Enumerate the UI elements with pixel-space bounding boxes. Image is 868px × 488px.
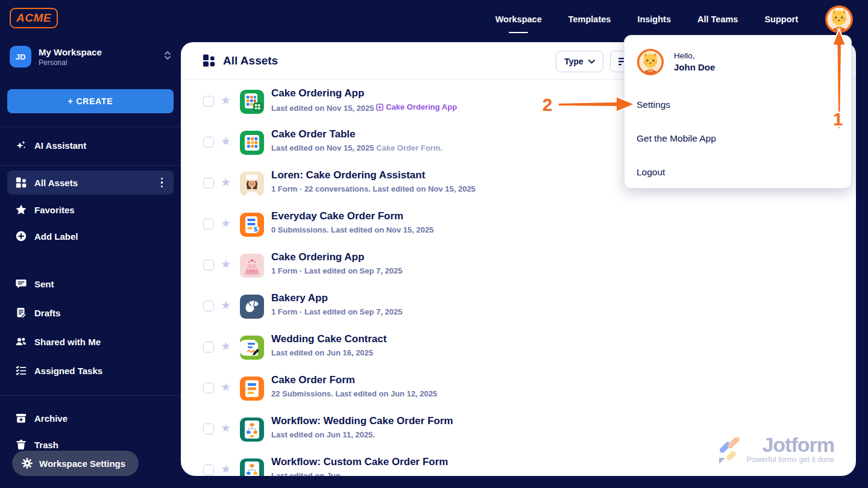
- star-icon[interactable]: ★: [221, 258, 231, 270]
- nav-item-support[interactable]: Support: [764, 14, 798, 24]
- sidebar-item-drafts[interactable]: Drafts: [7, 301, 174, 325]
- asset-title[interactable]: Wedding Cake Contract: [271, 333, 386, 345]
- asset-row: ★ Cake Order Form 22 Submissions. Last e…: [181, 368, 856, 409]
- star-icon[interactable]: ★: [221, 177, 231, 188]
- row-checkbox[interactable]: [203, 301, 214, 311]
- sidebar-item-ai-assistant[interactable]: AI Assistant: [7, 133, 174, 157]
- nav-item-insights[interactable]: Insights: [637, 14, 671, 24]
- acme-logo-text: ACME: [16, 11, 51, 25]
- row-checkbox[interactable]: [203, 96, 214, 107]
- app-root: ACME Workspace Templates Insights All Te…: [0, 0, 868, 488]
- sidebar-item-favorites[interactable]: Favorites: [7, 198, 174, 222]
- croissant-icon[interactable]: [240, 295, 264, 319]
- jotform-logo-icon: [718, 437, 742, 464]
- agent-avatar[interactable]: [240, 172, 264, 196]
- row-checkbox[interactable]: [203, 424, 214, 434]
- sidebar-item-assigned-tasks[interactable]: Assigned Tasks: [7, 358, 174, 383]
- sidebar-item-label: Add Label: [34, 231, 78, 242]
- asset-title[interactable]: Cake Ordering App: [271, 251, 402, 263]
- chat-icon: [16, 278, 27, 289]
- asset-row-text[interactable]: Bakery App 1 Form · Last edited on Sep 7…: [271, 292, 402, 316]
- star-icon[interactable]: ★: [221, 95, 231, 106]
- sidebar-item-all-assets[interactable]: All Assets: [7, 170, 174, 195]
- asset-title[interactable]: Workflow: Wedding Cake Order Form: [271, 415, 453, 427]
- asset-row-text[interactable]: Cake Order Form 22 Submissions. Last edi…: [271, 374, 437, 398]
- jotform-tagline: Powerful forms get it done: [747, 455, 834, 464]
- asset-row-text[interactable]: Workflow: Wedding Cake Order Form Last e…: [271, 415, 453, 439]
- asset-title[interactable]: Cake Order Table: [271, 128, 442, 140]
- nav-item-templates[interactable]: Templates: [568, 14, 611, 24]
- menu-item-get-mobile-app[interactable]: Get the Mobile App: [624, 122, 851, 155]
- workflow-icon[interactable]: [240, 458, 264, 476]
- asset-subtitle: Last edited on Jun 11, 2025.: [271, 430, 453, 439]
- page-title: All Assets: [223, 54, 278, 67]
- workspace-switcher[interactable]: JD My Workspace Personal: [10, 46, 171, 67]
- type-filter-button[interactable]: Type: [556, 51, 603, 72]
- star-icon[interactable]: ★: [221, 422, 231, 434]
- sidebar-item-label: Favorites: [34, 205, 75, 215]
- star-icon[interactable]: ★: [221, 299, 231, 311]
- asset-title[interactable]: Everyday Cake Order Form: [271, 210, 433, 222]
- user-avatar[interactable]: [825, 5, 854, 34]
- menu-item-settings[interactable]: Settings: [624, 88, 851, 122]
- checklist-icon: [16, 365, 27, 376]
- row-checkbox[interactable]: [203, 219, 214, 230]
- asset-row-text[interactable]: Workflow: Custom Cake Order Form Last ed…: [271, 456, 448, 476]
- jotform-wordmark: Jotform: [747, 436, 834, 454]
- star-icon[interactable]: ★: [221, 136, 231, 147]
- form-icon[interactable]: [240, 377, 264, 401]
- star-icon[interactable]: ★: [221, 381, 231, 393]
- archive-box-icon: [16, 413, 27, 424]
- row-checkbox[interactable]: [203, 383, 214, 393]
- asset-row-text[interactable]: Cake Ordering App 1 Form · Last edited o…: [271, 251, 402, 275]
- star-icon[interactable]: ★: [221, 340, 231, 352]
- asset-row-text[interactable]: Loren: Cake Ordering Assistant 1 Form · …: [271, 169, 476, 193]
- greeting-text: Hello,: [674, 51, 715, 60]
- menu-item-logout[interactable]: Logout: [624, 155, 851, 189]
- workflow-icon[interactable]: [240, 418, 264, 442]
- nav-item-workspace[interactable]: Workspace: [495, 14, 542, 24]
- asset-row-text[interactable]: Wedding Cake Contract Last edited on Jun…: [271, 333, 386, 357]
- nav-item-all-teams[interactable]: All Teams: [697, 14, 738, 24]
- kebab-menu-icon[interactable]: [159, 175, 166, 190]
- svg-text:$: $: [253, 225, 258, 233]
- asset-title[interactable]: Cake Order Form: [271, 374, 437, 386]
- create-button[interactable]: + CREATE: [7, 89, 174, 113]
- sidebar-item-sent[interactable]: Sent: [7, 272, 174, 296]
- asset-row-text[interactable]: Cake Order Table Last edited on Nov 15, …: [271, 128, 442, 152]
- asset-title[interactable]: Workflow: Custom Cake Order Form: [271, 456, 448, 468]
- linked-app-link[interactable]: Cake Ordering App: [376, 102, 457, 111]
- asset-subtitle: 0 Submissions. Last edited on Nov 15, 20…: [271, 225, 433, 234]
- asset-title[interactable]: Loren: Cake Ordering Assistant: [271, 169, 476, 181]
- asset-row-text[interactable]: Cake Ordering App Last edited on Nov 15,…: [271, 87, 457, 113]
- sidebar-item-label: Assigned Tasks: [34, 366, 102, 376]
- cake-image-icon[interactable]: [240, 254, 264, 278]
- account-dropdown: Hello, John Doe Settings Get the Mobile …: [624, 35, 852, 189]
- sparkles-icon: [16, 140, 27, 151]
- app-icon[interactable]: [240, 90, 264, 114]
- asset-subtitle: 1 Form · 22 conversations. Last edited o…: [271, 184, 476, 193]
- chevron-updown-icon: [164, 50, 171, 63]
- payment-form-icon[interactable]: $: [240, 213, 264, 237]
- sidebar-item-label: All Assets: [34, 178, 78, 188]
- workspace-settings-button[interactable]: Workspace Settings: [12, 451, 139, 476]
- star-icon[interactable]: ★: [221, 463, 231, 475]
- row-checkbox[interactable]: [203, 260, 214, 271]
- sidebar-item-archive[interactable]: Archive: [7, 406, 174, 430]
- asset-title[interactable]: Cake Ordering App: [271, 87, 457, 99]
- sidebar-item-add-label[interactable]: Add Label: [7, 224, 174, 248]
- all-assets-icon: [16, 177, 27, 188]
- star-icon[interactable]: ★: [221, 217, 231, 229]
- row-checkbox[interactable]: [203, 178, 214, 189]
- row-checkbox[interactable]: [203, 465, 214, 475]
- draft-document-icon: [16, 307, 27, 318]
- asset-row-text[interactable]: Everyday Cake Order Form 0 Submissions. …: [271, 210, 433, 234]
- sign-document-icon[interactable]: [240, 336, 264, 360]
- asset-subtitle: 1 Form · Last edited on Sep 7, 2025: [271, 307, 402, 316]
- row-checkbox[interactable]: [203, 137, 214, 148]
- table-icon[interactable]: [240, 131, 264, 155]
- sidebar-item-label: Archive: [34, 413, 68, 424]
- asset-title[interactable]: Bakery App: [271, 292, 402, 304]
- row-checkbox[interactable]: [203, 342, 214, 352]
- sidebar-item-shared-with-me[interactable]: Shared with Me: [7, 330, 174, 354]
